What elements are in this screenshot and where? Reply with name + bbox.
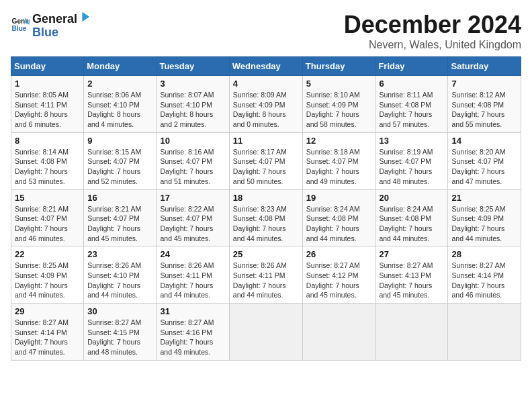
calendar-cell: 17 Sunrise: 8:22 AMSunset: 4:07 PMDaylig… bbox=[157, 189, 229, 246]
cell-content: Sunrise: 8:22 AMSunset: 4:07 PMDaylight:… bbox=[160, 205, 214, 242]
day-number: 16 bbox=[87, 193, 152, 203]
cell-content: Sunrise: 8:06 AMSunset: 4:10 PMDaylight:… bbox=[87, 91, 141, 128]
logo-arrow-icon bbox=[79, 11, 91, 23]
day-number: 29 bbox=[15, 306, 80, 316]
svg-text:Blue: Blue bbox=[12, 26, 27, 33]
day-number: 24 bbox=[160, 249, 225, 259]
calendar-cell: 9 Sunrise: 8:15 AMSunset: 4:07 PMDayligh… bbox=[84, 132, 157, 189]
calendar-cell: 1 Sunrise: 8:05 AMSunset: 4:11 PMDayligh… bbox=[11, 76, 84, 133]
day-number: 10 bbox=[160, 136, 225, 146]
calendar-week-1: 1 Sunrise: 8:05 AMSunset: 4:11 PMDayligh… bbox=[11, 76, 521, 133]
day-number: 4 bbox=[233, 79, 299, 89]
calendar-cell: 16 Sunrise: 8:21 AMSunset: 4:07 PMDaylig… bbox=[84, 189, 157, 246]
day-number: 28 bbox=[451, 249, 517, 259]
weekday-header-saturday: Saturday bbox=[448, 57, 521, 76]
cell-content: Sunrise: 8:11 AMSunset: 4:08 PMDaylight:… bbox=[379, 91, 433, 128]
calendar-cell: 22 Sunrise: 8:25 AMSunset: 4:09 PMDaylig… bbox=[11, 246, 84, 304]
weekday-header-sunday: Sunday bbox=[11, 57, 84, 76]
day-number: 8 bbox=[15, 136, 80, 146]
weekday-header-friday: Friday bbox=[375, 57, 448, 76]
calendar-cell: 6 Sunrise: 8:11 AMSunset: 4:08 PMDayligh… bbox=[375, 76, 448, 133]
weekday-header-thursday: Thursday bbox=[302, 57, 375, 76]
calendar-cell: 29 Sunrise: 8:27 AMSunset: 4:14 PMDaylig… bbox=[11, 304, 84, 361]
cell-content: Sunrise: 8:09 AMSunset: 4:09 PMDaylight:… bbox=[233, 91, 287, 128]
cell-content: Sunrise: 8:21 AMSunset: 4:07 PMDaylight:… bbox=[15, 205, 69, 242]
weekday-header-wednesday: Wednesday bbox=[229, 57, 302, 76]
calendar-cell: 31 Sunrise: 8:27 AMSunset: 4:16 PMDaylig… bbox=[157, 304, 229, 361]
cell-content: Sunrise: 8:12 AMSunset: 4:08 PMDaylight:… bbox=[451, 91, 505, 128]
calendar-cell: 20 Sunrise: 8:24 AMSunset: 4:08 PMDaylig… bbox=[375, 189, 448, 246]
cell-content: Sunrise: 8:05 AMSunset: 4:11 PMDaylight:… bbox=[15, 91, 69, 128]
cell-content: Sunrise: 8:27 AMSunset: 4:14 PMDaylight:… bbox=[451, 261, 505, 299]
calendar-cell: 26 Sunrise: 8:27 AMSunset: 4:12 PMDaylig… bbox=[302, 246, 375, 304]
day-number: 26 bbox=[306, 249, 372, 259]
day-number: 19 bbox=[306, 193, 372, 203]
day-number: 30 bbox=[87, 306, 152, 316]
day-number: 13 bbox=[379, 136, 444, 146]
calendar-cell: 2 Sunrise: 8:06 AMSunset: 4:10 PMDayligh… bbox=[84, 76, 157, 133]
calendar-cell: 15 Sunrise: 8:21 AMSunset: 4:07 PMDaylig… bbox=[11, 189, 84, 246]
cell-content: Sunrise: 8:07 AMSunset: 4:10 PMDaylight:… bbox=[160, 91, 214, 128]
calendar-cell: 8 Sunrise: 8:14 AMSunset: 4:08 PMDayligh… bbox=[11, 132, 84, 189]
day-number: 7 bbox=[451, 79, 517, 89]
cell-content: Sunrise: 8:18 AMSunset: 4:07 PMDaylight:… bbox=[306, 148, 360, 185]
calendar-cell bbox=[375, 304, 448, 361]
location: Nevern, Wales, United Kingdom bbox=[344, 39, 521, 51]
day-number: 3 bbox=[160, 79, 225, 89]
calendar-cell bbox=[229, 304, 302, 361]
weekday-header-tuesday: Tuesday bbox=[157, 57, 229, 76]
calendar-week-2: 8 Sunrise: 8:14 AMSunset: 4:08 PMDayligh… bbox=[11, 132, 521, 189]
calendar-cell: 19 Sunrise: 8:24 AMSunset: 4:08 PMDaylig… bbox=[302, 189, 375, 246]
day-number: 11 bbox=[233, 136, 299, 146]
calendar-cell: 30 Sunrise: 8:27 AMSunset: 4:15 PMDaylig… bbox=[84, 304, 157, 361]
cell-content: Sunrise: 8:27 AMSunset: 4:16 PMDaylight:… bbox=[160, 318, 214, 356]
calendar-cell: 21 Sunrise: 8:25 AMSunset: 4:09 PMDaylig… bbox=[448, 189, 521, 246]
calendar-cell: 4 Sunrise: 8:09 AMSunset: 4:09 PMDayligh… bbox=[229, 76, 302, 133]
calendar-cell: 10 Sunrise: 8:16 AMSunset: 4:07 PMDaylig… bbox=[157, 132, 229, 189]
calendar-cell: 23 Sunrise: 8:26 AMSunset: 4:10 PMDaylig… bbox=[84, 246, 157, 304]
cell-content: Sunrise: 8:26 AMSunset: 4:10 PMDaylight:… bbox=[87, 261, 141, 299]
day-number: 14 bbox=[451, 136, 517, 146]
cell-content: Sunrise: 8:14 AMSunset: 4:08 PMDaylight:… bbox=[15, 148, 69, 185]
calendar-cell: 14 Sunrise: 8:20 AMSunset: 4:07 PMDaylig… bbox=[448, 132, 521, 189]
calendar-week-3: 15 Sunrise: 8:21 AMSunset: 4:07 PMDaylig… bbox=[11, 189, 521, 246]
logo: General Blue General Blue bbox=[11, 11, 91, 40]
day-number: 25 bbox=[233, 249, 299, 259]
day-number: 17 bbox=[160, 193, 225, 203]
day-number: 31 bbox=[160, 306, 225, 316]
calendar-week-4: 22 Sunrise: 8:25 AMSunset: 4:09 PMDaylig… bbox=[11, 246, 521, 304]
calendar-cell: 7 Sunrise: 8:12 AMSunset: 4:08 PMDayligh… bbox=[448, 76, 521, 133]
cell-content: Sunrise: 8:27 AMSunset: 4:13 PMDaylight:… bbox=[379, 261, 433, 299]
calendar-cell bbox=[448, 304, 521, 361]
cell-content: Sunrise: 8:25 AMSunset: 4:09 PMDaylight:… bbox=[15, 261, 69, 299]
cell-content: Sunrise: 8:25 AMSunset: 4:09 PMDaylight:… bbox=[451, 205, 505, 242]
calendar-cell: 25 Sunrise: 8:26 AMSunset: 4:11 PMDaylig… bbox=[229, 246, 302, 304]
calendar-cell: 24 Sunrise: 8:26 AMSunset: 4:11 PMDaylig… bbox=[157, 246, 229, 304]
weekday-header-monday: Monday bbox=[84, 57, 157, 76]
calendar-cell: 3 Sunrise: 8:07 AMSunset: 4:10 PMDayligh… bbox=[157, 76, 229, 133]
cell-content: Sunrise: 8:23 AMSunset: 4:08 PMDaylight:… bbox=[233, 205, 287, 242]
day-number: 18 bbox=[233, 193, 299, 203]
day-number: 27 bbox=[379, 249, 444, 259]
cell-content: Sunrise: 8:21 AMSunset: 4:07 PMDaylight:… bbox=[87, 205, 141, 242]
cell-content: Sunrise: 8:19 AMSunset: 4:07 PMDaylight:… bbox=[379, 148, 433, 185]
logo-blue: Blue bbox=[32, 26, 91, 40]
day-number: 22 bbox=[15, 249, 80, 259]
day-number: 20 bbox=[379, 193, 444, 203]
day-number: 23 bbox=[87, 249, 152, 259]
calendar-cell bbox=[302, 304, 375, 361]
calendar-cell: 18 Sunrise: 8:23 AMSunset: 4:08 PMDaylig… bbox=[229, 189, 302, 246]
day-number: 1 bbox=[15, 79, 80, 89]
day-number: 6 bbox=[379, 79, 444, 89]
calendar-cell: 28 Sunrise: 8:27 AMSunset: 4:14 PMDaylig… bbox=[448, 246, 521, 304]
month-title: December 2024 bbox=[344, 11, 521, 39]
cell-content: Sunrise: 8:15 AMSunset: 4:07 PMDaylight:… bbox=[87, 148, 141, 185]
day-number: 2 bbox=[87, 79, 152, 89]
cell-content: Sunrise: 8:27 AMSunset: 4:15 PMDaylight:… bbox=[87, 318, 141, 356]
calendar-cell: 11 Sunrise: 8:17 AMSunset: 4:07 PMDaylig… bbox=[229, 132, 302, 189]
calendar-cell: 5 Sunrise: 8:10 AMSunset: 4:09 PMDayligh… bbox=[302, 76, 375, 133]
calendar-week-5: 29 Sunrise: 8:27 AMSunset: 4:14 PMDaylig… bbox=[11, 304, 521, 361]
page-header: General Blue General Blue December 2024 … bbox=[11, 11, 521, 51]
day-number: 15 bbox=[15, 193, 80, 203]
cell-content: Sunrise: 8:27 AMSunset: 4:12 PMDaylight:… bbox=[306, 261, 360, 299]
